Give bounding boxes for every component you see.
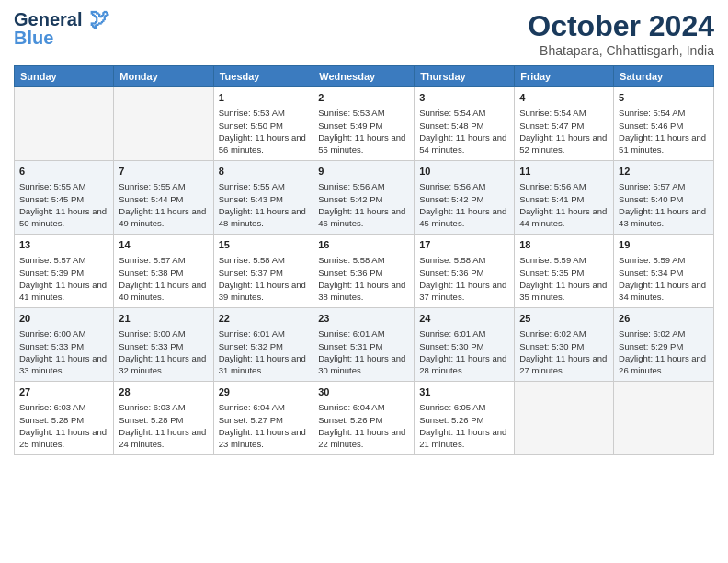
calendar-day-cell: 2Sunrise: 5:53 AMSunset: 5:49 PMDaylight… [313, 87, 415, 161]
calendar-day-cell [515, 382, 614, 455]
month-title: October 2024 [528, 9, 714, 43]
day-number: 15 [219, 238, 309, 252]
col-wednesday: Wednesday [313, 66, 415, 87]
sunset-text: Sunset: 5:42 PM [318, 193, 409, 205]
daylight-text: Daylight: 11 hours and 22 minutes. [318, 426, 409, 451]
calendar-day-cell [114, 87, 213, 161]
calendar-day-cell: 23Sunrise: 6:01 AMSunset: 5:31 PMDayligh… [313, 308, 415, 382]
sunset-text: Sunset: 5:39 PM [19, 267, 108, 279]
sunset-text: Sunset: 5:48 PM [419, 120, 509, 132]
calendar-day-cell: 20Sunrise: 6:00 AMSunset: 5:33 PMDayligh… [15, 308, 114, 382]
sunrise-text: Sunrise: 5:54 AM [519, 107, 609, 119]
daylight-text: Daylight: 11 hours and 55 minutes. [318, 132, 409, 156]
sunset-text: Sunset: 5:29 PM [619, 340, 709, 352]
day-number: 18 [519, 238, 609, 252]
calendar-table: Sunday Monday Tuesday Wednesday Thursday… [14, 65, 714, 455]
day-number: 20 [19, 312, 108, 326]
sunset-text: Sunset: 5:42 PM [419, 193, 509, 205]
sunrise-text: Sunrise: 5:54 AM [619, 107, 709, 119]
daylight-text: Daylight: 11 hours and 37 minutes. [419, 279, 509, 304]
calendar-day-cell: 17Sunrise: 5:58 AMSunset: 5:36 PMDayligh… [415, 235, 515, 308]
calendar-day-cell: 30Sunrise: 6:04 AMSunset: 5:26 PMDayligh… [313, 382, 415, 455]
day-number: 3 [419, 91, 509, 105]
sunrise-text: Sunrise: 5:58 AM [318, 254, 409, 266]
calendar-week-row: 6Sunrise: 5:55 AMSunset: 5:45 PMDaylight… [15, 161, 714, 235]
sunrise-text: Sunrise: 5:56 AM [419, 180, 509, 192]
sunrise-text: Sunrise: 6:01 AM [318, 327, 409, 339]
calendar-day-cell: 21Sunrise: 6:00 AMSunset: 5:33 PMDayligh… [114, 308, 213, 382]
sunset-text: Sunset: 5:37 PM [219, 267, 309, 279]
daylight-text: Daylight: 11 hours and 44 minutes. [519, 205, 609, 230]
daylight-text: Daylight: 11 hours and 51 minutes. [619, 132, 709, 156]
daylight-text: Daylight: 11 hours and 27 minutes. [519, 352, 609, 377]
calendar-day-cell: 25Sunrise: 6:02 AMSunset: 5:30 PMDayligh… [515, 308, 614, 382]
calendar-week-row: 20Sunrise: 6:00 AMSunset: 5:33 PMDayligh… [15, 308, 714, 382]
day-number: 19 [619, 238, 709, 252]
logo-blue: Blue [14, 28, 53, 49]
sunset-text: Sunset: 5:30 PM [419, 340, 509, 352]
sunrise-text: Sunrise: 6:03 AM [119, 401, 208, 413]
day-number: 25 [519, 312, 609, 326]
calendar-week-row: 13Sunrise: 5:57 AMSunset: 5:39 PMDayligh… [15, 235, 714, 308]
calendar-day-cell: 19Sunrise: 5:59 AMSunset: 5:34 PMDayligh… [614, 235, 714, 308]
day-number: 10 [419, 165, 509, 178]
sunrise-text: Sunrise: 5:57 AM [19, 254, 108, 266]
sunrise-text: Sunrise: 6:02 AM [519, 327, 609, 339]
sunset-text: Sunset: 5:50 PM [219, 120, 309, 132]
sunrise-text: Sunrise: 5:55 AM [19, 180, 108, 192]
sunrise-text: Sunrise: 6:03 AM [19, 401, 108, 413]
sunrise-text: Sunrise: 5:59 AM [519, 254, 609, 266]
day-number: 29 [219, 385, 309, 399]
sunset-text: Sunset: 5:47 PM [519, 120, 609, 132]
day-number: 23 [318, 312, 409, 326]
daylight-text: Daylight: 11 hours and 26 minutes. [619, 352, 709, 377]
sunset-text: Sunset: 5:28 PM [119, 414, 208, 426]
calendar-day-cell: 13Sunrise: 5:57 AMSunset: 5:39 PMDayligh… [15, 235, 114, 308]
daylight-text: Daylight: 11 hours and 32 minutes. [119, 352, 208, 377]
day-number: 12 [619, 165, 709, 178]
daylight-text: Daylight: 11 hours and 49 minutes. [119, 205, 208, 230]
sunrise-text: Sunrise: 5:58 AM [219, 254, 309, 266]
sunset-text: Sunset: 5:27 PM [219, 414, 309, 426]
daylight-text: Daylight: 11 hours and 46 minutes. [318, 205, 409, 230]
sunset-text: Sunset: 5:36 PM [318, 267, 409, 279]
day-number: 28 [119, 385, 208, 399]
location: Bhatapara, Chhattisgarh, India [528, 43, 714, 58]
calendar-week-row: 1Sunrise: 5:53 AMSunset: 5:50 PMDaylight… [15, 87, 714, 161]
sunset-text: Sunset: 5:33 PM [119, 340, 208, 352]
daylight-text: Daylight: 11 hours and 56 minutes. [219, 132, 309, 156]
calendar-day-cell: 7Sunrise: 5:55 AMSunset: 5:44 PMDaylight… [114, 161, 213, 235]
sunrise-text: Sunrise: 6:05 AM [419, 401, 509, 413]
sunset-text: Sunset: 5:41 PM [519, 193, 609, 205]
calendar-day-cell: 3Sunrise: 5:54 AMSunset: 5:48 PMDaylight… [415, 87, 515, 161]
col-tuesday: Tuesday [213, 66, 313, 87]
logo: General 🕊 Blue [14, 9, 109, 49]
sunrise-text: Sunrise: 5:56 AM [519, 180, 609, 192]
daylight-text: Daylight: 11 hours and 52 minutes. [519, 132, 609, 156]
sunrise-text: Sunrise: 6:01 AM [219, 327, 309, 339]
calendar-day-cell: 18Sunrise: 5:59 AMSunset: 5:35 PMDayligh… [515, 235, 614, 308]
calendar-day-cell: 6Sunrise: 5:55 AMSunset: 5:45 PMDaylight… [15, 161, 114, 235]
day-number: 30 [318, 385, 409, 399]
day-number: 4 [519, 91, 609, 105]
day-number: 7 [119, 165, 208, 178]
calendar-day-cell: 4Sunrise: 5:54 AMSunset: 5:47 PMDaylight… [515, 87, 614, 161]
calendar-day-cell: 10Sunrise: 5:56 AMSunset: 5:42 PMDayligh… [415, 161, 515, 235]
sunrise-text: Sunrise: 5:55 AM [119, 180, 208, 192]
calendar-day-cell: 14Sunrise: 5:57 AMSunset: 5:38 PMDayligh… [114, 235, 213, 308]
calendar-day-cell: 27Sunrise: 6:03 AMSunset: 5:28 PMDayligh… [15, 382, 114, 455]
sunrise-text: Sunrise: 6:01 AM [419, 327, 509, 339]
sunset-text: Sunset: 5:30 PM [519, 340, 609, 352]
col-sunday: Sunday [15, 66, 114, 87]
sunset-text: Sunset: 5:49 PM [318, 120, 409, 132]
sunrise-text: Sunrise: 5:54 AM [419, 107, 509, 119]
calendar-day-cell: 29Sunrise: 6:04 AMSunset: 5:27 PMDayligh… [213, 382, 313, 455]
sunrise-text: Sunrise: 6:00 AM [19, 327, 108, 339]
daylight-text: Daylight: 11 hours and 21 minutes. [419, 426, 509, 451]
day-number: 26 [619, 312, 709, 326]
daylight-text: Daylight: 11 hours and 54 minutes. [419, 132, 509, 156]
day-number: 31 [419, 385, 509, 399]
sunset-text: Sunset: 5:45 PM [19, 193, 108, 205]
daylight-text: Daylight: 11 hours and 45 minutes. [419, 205, 509, 230]
page-container: General 🕊 Blue October 2024 Bhatapara, C… [0, 0, 728, 563]
